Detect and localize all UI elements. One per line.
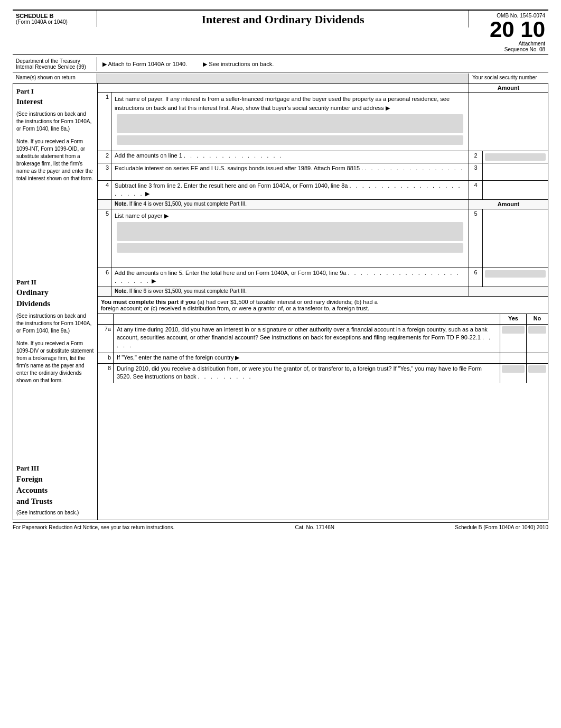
irs-label: Internal Revenue Service (99) — [16, 64, 94, 70]
row3-number: 3 — [98, 163, 111, 180]
row1-arrow: ▶ — [386, 105, 390, 111]
row1-text: List name of payer. If any interest is f… — [115, 96, 450, 111]
row1-data-1 — [117, 114, 463, 133]
row6-amount — [485, 270, 546, 278]
ssn-label: Your social security number — [469, 73, 548, 83]
row7a-no-data — [528, 326, 546, 334]
no-header: No — [527, 314, 548, 324]
row6-number: 6 — [98, 268, 111, 287]
row3-text: Excludable interest on series EE and I U… — [115, 165, 363, 171]
row5-number: 5 — [98, 209, 111, 268]
row4-text: Subtract line 3 from line 2. Enter the r… — [115, 182, 348, 189]
row1-data-2 — [117, 135, 463, 145]
note1-label: Note. — [115, 201, 128, 207]
rowb-number: b — [98, 353, 114, 363]
note2-text: If line 6 is over $1,500, you must compl… — [129, 288, 247, 294]
note1-text: If line 4 is over $1,500, you must compl… — [129, 201, 247, 207]
row5-linenum: 5 — [469, 209, 482, 268]
see-instructions: ▶ See instructions on back. — [203, 61, 274, 68]
row2-linenum: 2 — [469, 151, 482, 163]
part3-sidebar-note: (See instructions on back.) — [16, 509, 94, 517]
row4-linenum: 4 — [469, 181, 482, 199]
name-label: Name(s) shown on return — [13, 73, 97, 83]
row5-data-2 — [117, 243, 463, 253]
part2-sidebar-note2: Note. If you received a Form 1099-DIV or… — [16, 340, 94, 384]
rowb-text: If "Yes," enter the name of the foreign … — [117, 354, 239, 361]
row7a-yes-data — [502, 326, 525, 334]
row8-no-data — [528, 365, 546, 373]
amount-header-1: Amount — [469, 84, 548, 92]
part1-label: Part I — [16, 87, 94, 96]
row1-number: 1 — [98, 93, 111, 151]
part1-sidebar-note2: Note. If you received a Form 1099-INT, F… — [16, 138, 94, 182]
part3-intro-c: foreign account; or (c) received a distr… — [101, 305, 369, 311]
part2-sublabel1: Ordinary — [16, 287, 94, 298]
row4-arrow: ▶ — [145, 190, 149, 197]
row8-text: During 2010, did you receive a distribut… — [117, 365, 482, 380]
year-display: 20 10 — [472, 19, 545, 41]
part2-sidebar-note1: (See instructions on back and the instru… — [16, 312, 94, 335]
dept-label: Department of the Treasury — [16, 58, 94, 64]
amount-header-2: Amount — [469, 200, 548, 209]
row8-number: 8 — [98, 364, 114, 383]
row2-number: 2 — [98, 151, 111, 163]
part3-label: Part III — [16, 464, 94, 473]
row2-dots: . . . . . . . . . . . . . . . . — [184, 152, 283, 159]
part3-intro-a: (a) had over $1,500 of taxable interest … — [198, 299, 353, 305]
footer-schedule-ref: Schedule B (Form 1040A or 1040) 2010 — [455, 524, 548, 530]
part3-sublabel2: Accounts — [16, 485, 94, 496]
part3-intro-b: (b) had a — [354, 299, 378, 305]
form-number: (Form 1040A or 1040) — [16, 19, 94, 25]
part1-sidebar-note1: (See instructions on back and the instru… — [16, 110, 94, 133]
row3-linenum: 3 — [469, 163, 482, 180]
row8-yes-data — [502, 365, 525, 373]
row2-text: Add the amounts on line 1 — [115, 152, 182, 159]
page-title: Interest and Ordinary Dividends — [97, 13, 469, 26]
row3-dots: . . . . . . . . . . . . . . . . — [364, 165, 464, 171]
row7a-text: At any time during 2010, did you have an… — [117, 326, 488, 340]
row5-arrow: ▶ — [164, 213, 169, 219]
attach-instruction: ▶ Attach to Form 1040A or 1040. — [102, 61, 187, 68]
row8-dots: . . . . . . . . . — [198, 373, 253, 380]
part3-sublabel1: Foreign — [16, 474, 94, 485]
row6-text: Add the amounts on line 5. Enter the tot… — [115, 270, 346, 276]
sequence-label: Sequence No. 08 — [472, 47, 545, 52]
part3-sublabel3: and Trusts — [16, 496, 94, 507]
row6-arrow: ▶ — [152, 278, 156, 284]
footer-cat: Cat. No. 17146N — [295, 524, 334, 530]
row5-text: List name of payer — [115, 213, 163, 219]
yes-header: Yes — [500, 314, 527, 324]
part2-sublabel2: Dividends — [16, 298, 94, 309]
part2-label: Part II — [16, 278, 94, 287]
schedule-b-label: SCHEDULE B — [16, 13, 94, 19]
row2-amount — [485, 153, 546, 161]
row6-linenum: 6 — [469, 268, 482, 287]
part3-intro-text: You must complete this part if you — [101, 299, 195, 305]
row4-number: 4 — [98, 181, 111, 199]
row5-data-1 — [117, 222, 463, 241]
note2-label: Note. — [115, 288, 128, 294]
footer-paperwork: For Paperwork Reduction Act Notice, see … — [13, 524, 174, 530]
name-input[interactable] — [97, 73, 469, 83]
part1-sublabel: Interest — [16, 96, 94, 107]
row7a-number: 7a — [98, 325, 114, 353]
